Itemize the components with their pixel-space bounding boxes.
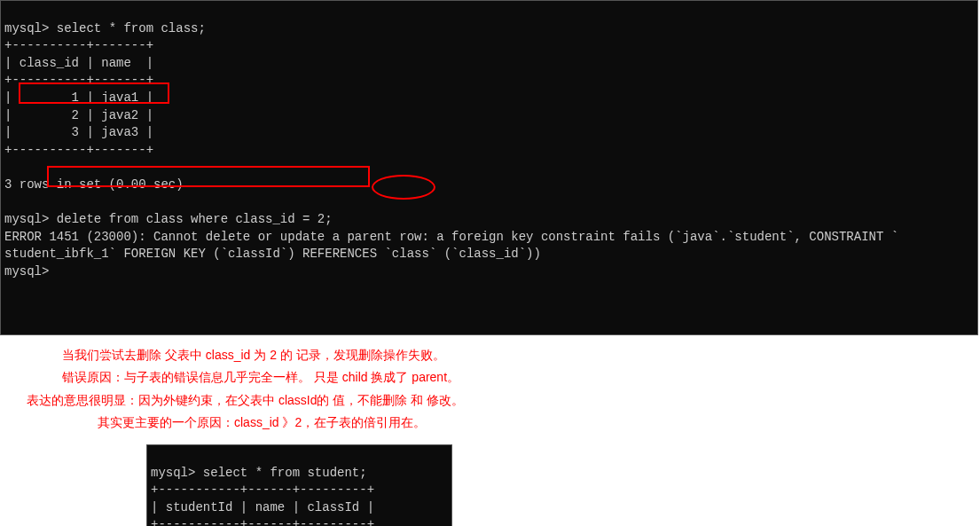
- prompt: mysql>: [4, 212, 49, 226]
- sql-select-class: select * from class;: [49, 21, 205, 35]
- cell: java2: [94, 108, 146, 122]
- prompt: mysql>: [4, 264, 49, 279]
- terminal-student-query: mysql> select * from student; +---------…: [146, 444, 452, 526]
- note-line-3: 表达的意思很明显：因为外键约束，在父表中 classId的 值，不能删除 和 修…: [27, 389, 980, 412]
- separator: +-----------+------+---------+: [151, 483, 374, 497]
- circle-parent: [372, 175, 435, 200]
- col-name: name: [94, 56, 146, 70]
- separator: +----------+-------+: [4, 143, 153, 157]
- error-line1: ERROR 1451 (23000): Cannot delete or upd…: [4, 230, 898, 244]
- cell: 2: [12, 108, 86, 122]
- note-line-4: 其实更主要的一个原因：class_id 》2，在子表的倍引用在。: [98, 412, 980, 434]
- col-class-id: class_id: [12, 56, 86, 70]
- prompt: mysql>: [151, 466, 195, 480]
- rows-message: 3 rows in set (0.00 sec): [4, 177, 184, 192]
- col-studentid: studentId: [158, 500, 239, 514]
- terminal-class-query: mysql> select * from class; +----------+…: [0, 0, 978, 335]
- sql-select-student: select * from student;: [195, 466, 366, 480]
- prompt: mysql>: [4, 21, 49, 35]
- col-classid: classId: [300, 500, 367, 514]
- col-name: name: [247, 500, 292, 514]
- error-line2: student_ibfk_1` FOREIGN KEY (`classId`) …: [4, 247, 541, 261]
- note-line-2: 错误原因：与子表的错误信息几乎完全一样。 只是 child 换成了 parent…: [62, 366, 980, 389]
- cell: 3: [12, 125, 86, 139]
- cell: java1: [94, 90, 146, 105]
- sql-delete-class: delete from class where class_id = 2;: [49, 212, 332, 226]
- annotation-block: 当我们尝试去删除 父表中 class_id 为 2 的 记录，发现删除操作失败。…: [0, 344, 980, 434]
- separator: +-----------+------+---------+: [151, 517, 374, 526]
- separator: +----------+-------+: [4, 73, 153, 87]
- separator: +----------+-------+: [4, 38, 153, 52]
- cell: 1: [12, 90, 86, 105]
- note-line-1: 当我们尝试去删除 父表中 class_id 为 2 的 记录，发现删除操作失败。: [62, 344, 980, 366]
- cell: java3: [94, 125, 146, 139]
